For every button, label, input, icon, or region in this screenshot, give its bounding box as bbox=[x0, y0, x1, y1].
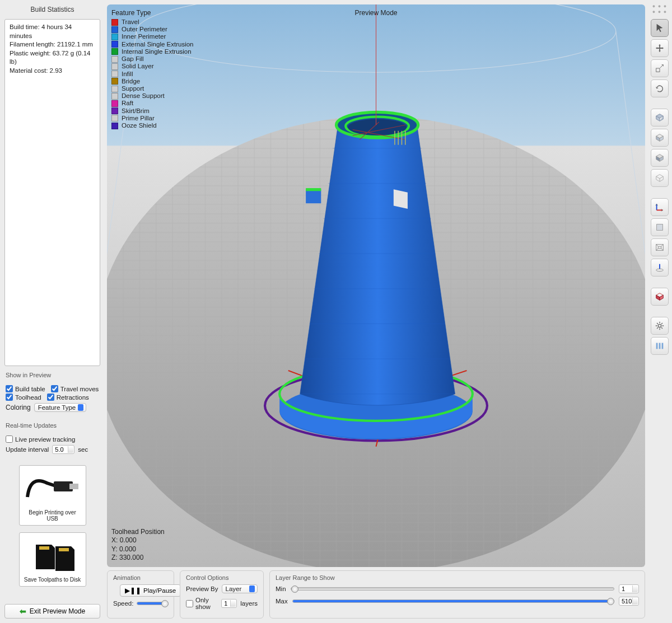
ortho-tool[interactable] bbox=[651, 218, 669, 236]
layer-range-label: Layer Range to Show bbox=[276, 574, 639, 581]
legend-swatch bbox=[111, 63, 118, 70]
legend-swatch bbox=[111, 48, 118, 55]
exit-preview-button[interactable]: ⬅ Exit Preview Mode bbox=[4, 604, 100, 619]
animation-panel: Animation ▶❚❚ Play/Pause Speed: bbox=[107, 570, 174, 619]
usb-print-label: Begin Printing over USB bbox=[23, 509, 82, 522]
legend-swatch bbox=[111, 86, 118, 92]
realtime-updates-label: Real-time Updates bbox=[6, 422, 100, 429]
legend-swatch bbox=[111, 56, 118, 63]
legend-item: External Single Extrusion bbox=[111, 41, 193, 48]
legend-item: Skirt/Brim bbox=[111, 107, 193, 115]
legend-item: Bridge bbox=[111, 78, 193, 85]
build-stats-box: Build time: 4 hours 34 minutes Filament … bbox=[4, 19, 100, 366]
legend-item: Gap Fill bbox=[111, 55, 193, 63]
legend-swatch bbox=[111, 41, 118, 48]
legend-label: Ooze Shield bbox=[122, 122, 157, 129]
scale-tool[interactable] bbox=[651, 59, 669, 77]
speed-label: Speed: bbox=[113, 600, 133, 607]
legend-label: Gap Fill bbox=[122, 55, 144, 63]
svg-rect-23 bbox=[659, 343, 661, 349]
svg-point-14 bbox=[348, 119, 406, 135]
max-value[interactable] bbox=[619, 597, 639, 606]
toolhead-title: Toolhead Position bbox=[111, 528, 165, 537]
view-iso-tool[interactable] bbox=[651, 109, 669, 127]
view-shaded-tool[interactable] bbox=[651, 149, 669, 167]
legend-item: Outer Perimeter bbox=[111, 26, 193, 33]
legend-swatch bbox=[111, 123, 118, 129]
min-label: Min bbox=[276, 585, 286, 592]
animation-label: Animation bbox=[113, 574, 168, 581]
persp-tool[interactable] bbox=[651, 238, 669, 256]
coloring-select[interactable]: Feature Type bbox=[34, 403, 87, 412]
svg-rect-1 bbox=[69, 484, 78, 489]
settings-tool[interactable] bbox=[651, 317, 669, 335]
cursor-tool[interactable] bbox=[651, 19, 669, 37]
max-label: Max bbox=[276, 598, 288, 605]
svg-rect-22 bbox=[656, 343, 658, 349]
legend-swatch bbox=[111, 34, 118, 40]
legend-item: Inner Perimeter bbox=[111, 33, 193, 40]
feature-legend: Feature Type TravelOuter PerimeterInner … bbox=[111, 9, 193, 129]
max-slider[interactable] bbox=[292, 599, 614, 603]
speed-slider[interactable] bbox=[137, 602, 168, 605]
svg-rect-15 bbox=[394, 189, 408, 209]
only-show-count[interactable] bbox=[221, 599, 237, 608]
legend-label: Outer Perimeter bbox=[122, 26, 167, 33]
save-disk-label: Save Toolpaths to Disk bbox=[24, 577, 81, 583]
play-pause-button[interactable]: ▶❚❚ Play/Pause bbox=[120, 584, 181, 597]
stat-filament: Filament length: 21192.1 mm bbox=[10, 40, 95, 49]
svg-point-21 bbox=[658, 324, 661, 327]
update-interval-label: Update interval bbox=[6, 446, 49, 453]
check-live-preview[interactable]: Live preview tracking bbox=[6, 435, 99, 443]
usb-print-card[interactable]: Begin Printing over USB bbox=[19, 465, 86, 526]
model-tool[interactable] bbox=[651, 288, 669, 306]
rotate-tool[interactable] bbox=[651, 79, 669, 97]
toolhead-x: X: 0.000 bbox=[111, 536, 165, 545]
legend-swatch bbox=[111, 93, 118, 100]
save-disk-card[interactable]: Save Toolpaths to Disk bbox=[19, 532, 86, 587]
preview-by-select[interactable]: Layer bbox=[222, 584, 258, 593]
check-toolhead[interactable]: Toolhead bbox=[6, 394, 41, 401]
columns-tool[interactable] bbox=[651, 337, 669, 355]
legend-item: Support bbox=[111, 85, 193, 92]
preview-by-label: Preview By bbox=[186, 585, 218, 592]
legend-label: Inner Perimeter bbox=[122, 33, 166, 40]
svg-rect-24 bbox=[662, 343, 664, 349]
play-pause-icon: ▶❚❚ bbox=[125, 587, 141, 594]
legend-label: External Single Extrusion bbox=[122, 41, 193, 48]
legend-item: Prime Pillar bbox=[111, 115, 193, 122]
update-interval-input[interactable] bbox=[52, 445, 74, 454]
ground-tool[interactable] bbox=[651, 259, 669, 277]
legend-item: Solid Layer bbox=[111, 63, 193, 70]
move-tool[interactable] bbox=[651, 39, 669, 57]
sec-label: sec bbox=[78, 446, 88, 453]
right-toolbar: ● ● ● ● ● ● bbox=[647, 0, 672, 623]
svg-rect-19 bbox=[657, 224, 663, 231]
check-retractions[interactable]: Retractions bbox=[47, 394, 89, 401]
min-slider[interactable] bbox=[291, 587, 614, 591]
legend-item: Travel bbox=[111, 18, 193, 26]
3d-viewport[interactable]: Feature Type TravelOuter PerimeterInner … bbox=[107, 4, 645, 567]
legend-title: Feature Type bbox=[111, 9, 193, 17]
svg-rect-3 bbox=[59, 548, 69, 551]
preview-mode-label: Preview Mode bbox=[354, 9, 397, 17]
legend-item: Dense Support bbox=[111, 92, 193, 100]
toolhead-z: Z: 330.000 bbox=[111, 554, 165, 563]
realtime-options: Live preview tracking Update interval se… bbox=[4, 433, 100, 458]
check-only-show[interactable]: Only show bbox=[186, 597, 218, 610]
preview-options: Build table Travel moves Toolhead Retrac… bbox=[4, 383, 100, 416]
view-wire-tool[interactable] bbox=[651, 169, 669, 187]
svg-rect-10 bbox=[306, 188, 321, 191]
check-travel-moves[interactable]: Travel moves bbox=[51, 385, 99, 392]
coloring-label: Coloring bbox=[6, 404, 31, 411]
legend-label: Dense Support bbox=[122, 92, 165, 100]
view-front-tool[interactable] bbox=[651, 129, 669, 147]
min-value[interactable] bbox=[619, 584, 639, 593]
svg-rect-9 bbox=[306, 189, 321, 203]
toolhead-y: Y: 0.000 bbox=[111, 545, 165, 554]
left-sidebar: Build Statistics Build time: 4 hours 34 … bbox=[0, 0, 105, 623]
legend-item: Ooze Shield bbox=[111, 122, 193, 129]
axes-tool[interactable] bbox=[651, 198, 669, 216]
check-build-table[interactable]: Build table bbox=[6, 385, 45, 392]
legend-swatch bbox=[111, 71, 118, 77]
